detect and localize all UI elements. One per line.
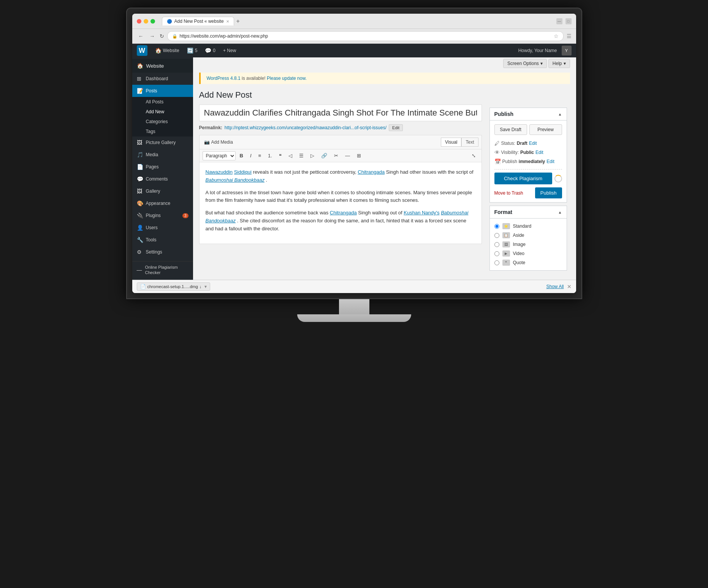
visual-tab[interactable]: Visual bbox=[441, 138, 461, 147]
format-option-aside[interactable]: 📋 Aside bbox=[494, 231, 562, 239]
sidebar-item-gallery[interactable]: 🖼 Gallery bbox=[132, 185, 193, 197]
wp-version-link[interactable]: WordPress 4.8.1 bbox=[207, 76, 241, 81]
permalink-edit-button[interactable]: Edit bbox=[389, 124, 403, 131]
format-option-standard[interactable]: ⭐ Standard bbox=[494, 222, 562, 230]
publish-actions: Save Draft Preview bbox=[494, 124, 562, 135]
align-right-button[interactable]: ▷ bbox=[308, 151, 317, 160]
sidebar-item-categories[interactable]: Categories bbox=[132, 117, 193, 127]
sidebar-item-media[interactable]: 🎵 Media bbox=[132, 149, 193, 161]
win-minimize-icon[interactable]: — bbox=[556, 18, 562, 24]
add-media-button[interactable]: 📷 Add Media bbox=[203, 139, 234, 146]
media-icon: 🎵 bbox=[137, 152, 143, 158]
publish-button[interactable]: Publish bbox=[535, 187, 562, 198]
pages-label: Pages bbox=[146, 164, 159, 170]
format-radio-video[interactable] bbox=[494, 251, 499, 256]
win-restore-icon[interactable]: □ bbox=[565, 18, 572, 24]
sidebar-item-comments[interactable]: 💬 Comments bbox=[132, 173, 193, 185]
wp-logo[interactable]: W bbox=[137, 45, 147, 56]
link-siddiqui[interactable]: Siddiqui bbox=[234, 169, 252, 175]
sidebar-item-plugins[interactable]: 🔌 Plugins 3 bbox=[132, 209, 193, 222]
address-bar[interactable]: 🔒 https://website.com/wp-admin/post-new.… bbox=[167, 31, 564, 41]
format-radio-image[interactable] bbox=[494, 242, 499, 247]
browser-menu-icon[interactable]: ☰ bbox=[567, 33, 572, 39]
save-draft-button[interactable]: Save Draft bbox=[494, 124, 527, 135]
sidebar-item-tags[interactable]: Tags bbox=[132, 127, 193, 136]
link-chitrangada[interactable]: Chitrangada bbox=[358, 169, 385, 175]
publish-metabox-header[interactable]: Publish ▲ bbox=[490, 108, 567, 120]
insert-link-button[interactable]: 🔗 bbox=[318, 151, 330, 160]
admin-bar-new[interactable]: + New bbox=[220, 44, 239, 57]
format-option-image[interactable]: 🖼 Image bbox=[494, 241, 562, 248]
text-tab[interactable]: Text bbox=[461, 138, 478, 147]
format-metabox-header[interactable]: Format ▲ bbox=[490, 206, 567, 219]
link-kushan-nandy[interactable]: Kushan Nandy's bbox=[404, 210, 439, 216]
table-button[interactable]: ⊞ bbox=[354, 151, 364, 160]
reload-button[interactable]: ↻ bbox=[160, 33, 164, 39]
sidebar-site-name[interactable]: 🏠 Website bbox=[132, 59, 193, 73]
move-trash-link[interactable]: Move to Trash bbox=[494, 190, 523, 196]
file-icon: 📄 bbox=[140, 284, 146, 289]
format-radio-standard[interactable] bbox=[494, 224, 499, 229]
sidebar-item-tools[interactable]: 🔧 Tools bbox=[132, 234, 193, 246]
link-chitrangada-2[interactable]: Chitrangada bbox=[330, 210, 357, 216]
browser-tab-active[interactable]: 🔵 Add New Post « website ✕ bbox=[162, 17, 234, 25]
sidebar-item-appearance[interactable]: 🎨 Appearance bbox=[132, 197, 193, 209]
ordered-list-button[interactable]: 1. bbox=[265, 151, 275, 160]
bookmark-icon[interactable]: ☆ bbox=[554, 33, 559, 39]
sidebar-item-dashboard[interactable]: ⊞ Dashboard bbox=[132, 73, 193, 85]
download-item-close[interactable]: ▾ bbox=[204, 284, 207, 289]
format-option-quote[interactable]: ❝ Quote bbox=[494, 259, 562, 266]
align-center-button[interactable]: ☰ bbox=[296, 151, 306, 160]
forward-button[interactable]: → bbox=[148, 32, 157, 40]
align-left-button[interactable]: ◁ bbox=[286, 151, 295, 160]
maximize-window-btn[interactable] bbox=[150, 19, 155, 24]
permalink-url[interactable]: http://nptest.whizzygeeks.com/uncategori… bbox=[225, 125, 386, 130]
sidebar-item-all-posts[interactable]: All Posts bbox=[132, 97, 193, 107]
download-file-item[interactable]: 📄 chromecast-setup.1.....dmg ↓ ▾ bbox=[137, 282, 211, 291]
tools-icon: 🔧 bbox=[137, 237, 143, 243]
admin-bar-site[interactable]: 🏠 Website bbox=[152, 44, 182, 57]
sidebar-item-picture-gallery[interactable]: 🖼 Picture Gallery bbox=[132, 136, 193, 149]
tab-close-btn[interactable]: ✕ bbox=[226, 19, 229, 24]
link-nawazuddin[interactable]: Nawazuddin bbox=[206, 169, 233, 175]
close-window-btn[interactable] bbox=[137, 19, 141, 24]
update-now-link[interactable]: Please update now. bbox=[267, 76, 307, 81]
preview-button[interactable]: Preview bbox=[529, 124, 562, 135]
unlink-button[interactable]: ✂ bbox=[331, 151, 341, 160]
admin-bar-updates[interactable]: 🔄 5 bbox=[184, 44, 201, 57]
sidebar-item-settings[interactable]: ⚙ Settings bbox=[132, 246, 193, 258]
user-avatar[interactable]: Y bbox=[562, 46, 572, 55]
admin-bar-comments[interactable]: 💬 0 bbox=[202, 44, 219, 57]
bold-button[interactable]: B bbox=[237, 151, 246, 160]
howdy-text: Howdy, Your Name bbox=[515, 48, 560, 53]
blockquote-button[interactable]: ❝ bbox=[276, 151, 284, 160]
help-button[interactable]: Help ▾ bbox=[548, 59, 570, 68]
post-title-input[interactable] bbox=[199, 105, 482, 121]
check-plagiarism-button[interactable]: Check Plagiarism bbox=[494, 173, 552, 184]
paragraph-format-select[interactable]: Paragraph bbox=[203, 151, 236, 160]
publish-time-edit-link[interactable]: Edit bbox=[546, 159, 554, 164]
minimize-window-btn[interactable] bbox=[144, 19, 148, 24]
back-button[interactable]: ← bbox=[137, 32, 145, 40]
editor-content[interactable]: Nawazuddin Siddiqui reveals it was not j… bbox=[199, 162, 482, 244]
format-option-video[interactable]: ▶ Video bbox=[494, 250, 562, 257]
italic-button[interactable]: I bbox=[247, 151, 254, 160]
status-edit-link[interactable]: Edit bbox=[529, 141, 537, 146]
sidebar-item-add-new[interactable]: Add New bbox=[132, 107, 193, 117]
screen-options-button[interactable]: Screen Options ▾ bbox=[503, 59, 547, 68]
sidebar-item-posts[interactable]: 📝 Posts bbox=[132, 85, 193, 97]
format-toggle-icon: ▲ bbox=[558, 210, 562, 214]
insert-more-button[interactable]: — bbox=[342, 151, 353, 160]
unordered-list-button[interactable]: ≡ bbox=[256, 151, 264, 160]
format-radio-aside[interactable] bbox=[494, 233, 499, 238]
download-bar-close-icon[interactable]: ✕ bbox=[567, 284, 572, 290]
visibility-edit-link[interactable]: Edit bbox=[535, 150, 543, 155]
sidebar-item-users[interactable]: 👤 Users bbox=[132, 222, 193, 234]
fullscreen-editor-button[interactable]: ⤡ bbox=[469, 151, 478, 160]
link-babumoshai[interactable]: Babumoshai Bandookbaaz bbox=[206, 177, 265, 183]
new-tab-btn[interactable]: + bbox=[234, 17, 242, 25]
format-radio-quote[interactable] bbox=[494, 260, 499, 265]
sidebar-item-plagiarism[interactable]: — Online Plagiarism Checker bbox=[132, 261, 193, 279]
sidebar-item-pages[interactable]: 📄 Pages bbox=[132, 161, 193, 173]
show-all-button[interactable]: Show All bbox=[546, 284, 564, 289]
